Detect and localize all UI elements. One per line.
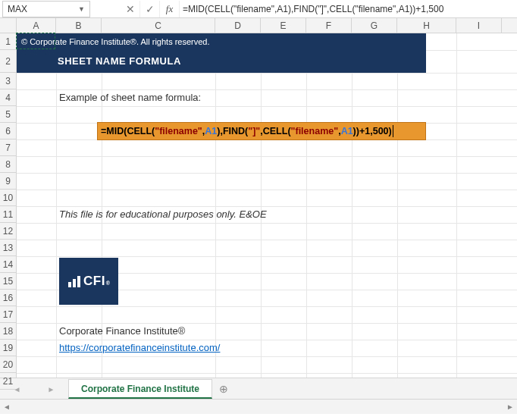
fx-icon[interactable]: fx (160, 1, 180, 17)
horizontal-scrollbar[interactable]: ◄ ► (0, 399, 517, 414)
example-label: Example of sheet name formula: (59, 89, 201, 106)
text-cursor (393, 125, 393, 137)
row-header[interactable]: 19 (0, 340, 16, 356)
col-header-b[interactable]: B (56, 18, 102, 33)
sheet-tab-strip: ◄ ► Corporate Finance Institute ⊕ (0, 378, 517, 399)
row-header[interactable]: 21 (0, 373, 16, 390)
row-headers: 1 2 3 4 5 6 7 8 9 10 11 12 13 14 15 16 1… (0, 33, 17, 378)
col-header-i[interactable]: I (456, 18, 502, 33)
scroll-right-icon[interactable]: ► (503, 400, 517, 413)
row-header[interactable]: 16 (0, 290, 16, 306)
row-header[interactable]: 17 (0, 306, 16, 323)
row-header[interactable]: 10 (0, 190, 16, 206)
row-header[interactable]: 5 (0, 106, 16, 123)
grid-body: 1 2 3 4 5 6 7 8 9 10 11 12 13 14 15 16 1… (0, 33, 517, 378)
col-header-a[interactable]: A (17, 18, 56, 33)
row-header[interactable]: 11 (0, 206, 16, 223)
col-header-c[interactable]: C (102, 18, 215, 33)
title-banner: © Corporate Finance Institute®. All righ… (17, 33, 426, 73)
name-box-dropdown-icon[interactable]: ▼ (78, 5, 85, 13)
col-header-f[interactable]: F (306, 18, 352, 33)
scroll-left-icon[interactable]: ◄ (0, 400, 14, 413)
col-header-h[interactable]: H (397, 18, 456, 33)
reference-marquee-a1 (16, 33, 55, 49)
row-header[interactable]: 18 (0, 323, 16, 340)
row-header[interactable]: 6 (0, 123, 16, 139)
row-header[interactable]: 12 (0, 223, 16, 240)
cfi-logo: CFI® (59, 258, 118, 305)
copyright-text: © Corporate Finance Institute®. All righ… (17, 33, 426, 50)
name-box-value: MAX (8, 4, 27, 14)
col-header-e[interactable]: E (261, 18, 306, 33)
row-header[interactable]: 2 (0, 50, 16, 73)
row-header[interactable]: 13 (0, 240, 16, 256)
editing-cell[interactable]: =MID(CELL("filename",A1),FIND("]",CELL("… (97, 122, 426, 140)
row-header[interactable]: 8 (0, 156, 16, 173)
row-header[interactable]: 7 (0, 139, 16, 156)
logo-bars-icon (68, 276, 80, 287)
add-sheet-button[interactable]: ⊕ (212, 379, 235, 399)
sheet-title: SHEET NAME FORMULA (17, 50, 426, 73)
row-header[interactable]: 20 (0, 356, 16, 373)
tab-nav-next-icon[interactable]: ► (48, 385, 55, 393)
formula-bar: MAX ▼ ✕ ✓ fx =MID(CELL("filename",A1),FI… (0, 0, 517, 18)
formula-input[interactable]: =MID(CELL("filename",A1),FIND("]",CELL("… (180, 4, 517, 14)
cancel-formula-icon[interactable]: ✕ (121, 1, 140, 17)
accept-formula-icon[interactable]: ✓ (140, 1, 160, 17)
company-name: Corporate Finance Institute® (59, 323, 185, 340)
row-header[interactable]: 1 (0, 33, 16, 50)
row-header[interactable]: 3 (0, 73, 16, 89)
select-all-corner[interactable] (0, 18, 17, 33)
company-url-link[interactable]: https://corporatefinanceinstitute.com/ (59, 340, 220, 356)
cells-area[interactable]: © Corporate Finance Institute®. All righ… (17, 33, 517, 378)
row-header[interactable]: 4 (0, 89, 16, 106)
disclaimer-text: This file is for educational purposes on… (59, 206, 267, 223)
column-headers: A B C D E F G H I (0, 18, 517, 33)
row-header[interactable]: 15 (0, 273, 16, 290)
sheet-tab-active[interactable]: Corporate Finance Institute (68, 379, 212, 399)
row-header[interactable]: 9 (0, 173, 16, 190)
col-header-g[interactable]: G (352, 18, 397, 33)
row-header[interactable]: 14 (0, 256, 16, 273)
name-box[interactable]: MAX ▼ (2, 1, 90, 17)
col-header-d[interactable]: D (215, 18, 261, 33)
